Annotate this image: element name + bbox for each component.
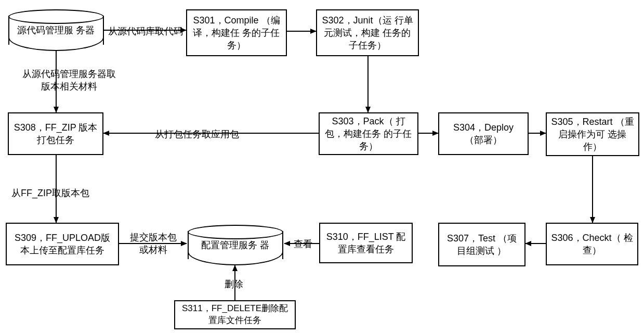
edge-label-getzip: 从FF_ZIP取版本包 — [11, 187, 89, 199]
db-config: 配置管理服务 器 — [189, 231, 282, 259]
edge-label-getcode: 从源代码库取代码 — [108, 25, 183, 37]
s305-restart: S305，Restart （重启操作为可 选操作） — [546, 112, 639, 156]
s311-ffdelete: S311，FF_DELETE删除配 置库文件任务 — [174, 300, 296, 329]
edge-label-view: 查看 — [294, 238, 312, 250]
edge-label-delete: 删除 — [225, 278, 243, 290]
edge-label-submit: 提交版本包 或材料 — [125, 231, 182, 257]
flow-diagram: 源代码管理服 务器 S301，Compile （编译，构建任 务的子任务） S3… — [0, 0, 644, 333]
s308-ffzip: S308，FF_ZIP 版本打包任务 — [8, 112, 103, 155]
s303-pack: S303，Pack（ 打包，构建任务 的子任务） — [319, 112, 418, 155]
db-source: 源代码管理服 务器 — [9, 16, 103, 45]
edge-label-getpack: 从打包任务取应用包 — [155, 128, 239, 140]
s302-junit: S302，Junit（运 行单元测试，构建 任务的子任务） — [316, 9, 419, 56]
s301-compile: S301，Compile （编译，构建任 务的子任务） — [186, 9, 287, 56]
s310-fflist: S310，FF_LIST 配置库查看任务 — [319, 223, 413, 263]
s309-ffupload: S309，FF_UPLOAD版 本上传至配置库任务 — [6, 223, 119, 265]
s307-test: S307，Test （项目组测试 ） — [438, 223, 525, 266]
s306-checkt: S306，Checkt（ 检查） — [546, 223, 638, 265]
edge-label-getmaterials: 从源代码管理服务器取 版本相关材料 — [15, 68, 124, 93]
s304-deploy: S304，Deploy （部署） — [438, 112, 529, 155]
